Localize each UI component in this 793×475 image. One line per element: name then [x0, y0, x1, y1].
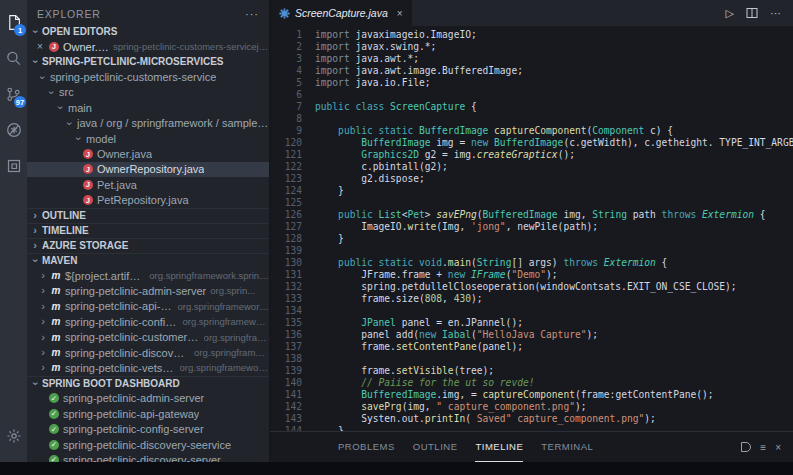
code-line[interactable]: 7public class ScreenCapture { — [270, 101, 793, 113]
panel-tab-problems[interactable]: PROBLEMS — [338, 432, 395, 462]
code-line[interactable]: 124 } — [270, 185, 793, 197]
chevron-right-icon: › — [39, 316, 47, 327]
panel-tab-terminal[interactable]: TERMINAL — [541, 432, 593, 462]
pane-label: AZURE STORAGE — [42, 240, 129, 251]
tree-item[interactable]: ›java / org / springframework / samples … — [27, 116, 269, 131]
maven-item[interactable]: ›mspring-petclinic-api-gatewayorg.spring… — [27, 299, 269, 314]
boot-dashboard-header[interactable]: › SPRING BOOT DASHBOARD — [27, 376, 269, 391]
search-icon[interactable] — [0, 40, 27, 76]
code-line[interactable]: 3import java.awt.*; — [270, 53, 793, 65]
code-line[interactable]: 4import java.awt.image.BufferedImage; — [270, 65, 793, 77]
code-text: ImageIO.write(Img, 'jong", newPile(path)… — [315, 221, 598, 233]
code-text: BufferedImage.img, = captureComponent(fr… — [315, 389, 714, 401]
code-line[interactable]: 130 public static void.main(String[] arg… — [270, 257, 793, 269]
maven-item[interactable]: ›mspring-petclinic-admin-serverorg.sprin… — [27, 283, 269, 298]
code-line[interactable]: 133 frame.size(808, 430); — [270, 293, 793, 305]
code-line[interactable]: 125 — [270, 197, 793, 209]
tab-screencapture[interactable]: ScreenCapture.java × — [270, 0, 412, 26]
code-line[interactable]: 120 BufferdImage img = new BufferdImage(… — [270, 137, 793, 149]
run-icon[interactable]: ▷ — [726, 7, 734, 20]
code-line[interactable]: 5import java.io.File; — [270, 77, 793, 89]
code-line[interactable]: 135 JPanel panel = en.JPannel(); — [270, 317, 793, 329]
pane-header-azure-storage[interactable]: ›AZURE STORAGE — [27, 238, 269, 253]
code-line[interactable]: 136 panel add(new Iabal("HelloJava Captu… — [270, 329, 793, 341]
boot-item[interactable]: ✓spring-petclinic-discovery-seervice — [27, 437, 269, 452]
code-line[interactable]: 137 frame.setContentPane(panel); — [270, 341, 793, 353]
split-editor-icon[interactable] — [746, 7, 758, 19]
code-line[interactable]: 1import javaximageio.ImageIO; — [270, 29, 793, 41]
code-line[interactable]: 126 public List<Pet> savEPng(BufferedIma… — [270, 209, 793, 221]
open-editors-label: OPEN EDITORS — [42, 26, 117, 37]
code-line[interactable]: 2import javax.swing.*; — [270, 41, 793, 53]
more-actions-icon[interactable]: ··· — [770, 7, 781, 19]
code-text: public static void.main(String[] args) t… — [315, 257, 667, 269]
code-line[interactable]: 142 savePrg(img, " capture_component.png… — [270, 401, 793, 413]
open-editors-header[interactable]: › OPEN EDITORS — [27, 24, 269, 39]
code-editor[interactable]: 1import javaximageio.ImageIO;2import jav… — [270, 26, 793, 431]
explorer-more-icon[interactable]: ··· — [245, 8, 259, 20]
debug-disabled-icon[interactable] — [0, 112, 27, 148]
project-section-header[interactable]: › SPRING-PETCLINIC-MICROSERVICES — [27, 54, 269, 69]
tree-item[interactable]: JPetRepository.java — [27, 193, 269, 208]
close-icon[interactable]: × — [397, 8, 403, 19]
code-line[interactable]: 9 public static BufferdImage captureComp… — [270, 125, 793, 137]
settings-gear-icon[interactable] — [0, 418, 27, 454]
running-check-icon: ✓ — [49, 393, 59, 403]
maven-item[interactable]: ›mspring-petclinic-customers-serviceorg.… — [27, 329, 269, 344]
panel-menu-icon[interactable]: ≡ — [760, 442, 766, 453]
panel-tab-timeline[interactable]: TIMELINE — [475, 432, 523, 462]
code-line[interactable]: 139 — [270, 245, 793, 257]
tree-item[interactable]: JOwnerRepository.java — [27, 162, 269, 177]
boot-item[interactable]: ✓spring-petclinic-admin-server — [27, 391, 269, 406]
code-line[interactable]: 8 — [270, 113, 793, 125]
maven-item[interactable]: ›mspring-petclinic-config-serverorg.spri… — [27, 314, 269, 329]
open-editor-item[interactable]: × J Owner.java spring-petclinic-customer… — [27, 39, 269, 54]
boot-item[interactable]: ✓spring-petclinic-discovery-server — [27, 452, 269, 462]
code-line[interactable]: 128 } — [270, 233, 793, 245]
pane-header-outline[interactable]: ›OUTLINE — [27, 208, 269, 223]
maven-section-header[interactable]: › MAVEN — [27, 253, 269, 268]
code-line[interactable]: 132 spring.petdullelCloseoperation(windo… — [270, 281, 793, 293]
tree-item[interactable]: JOwner.java — [27, 146, 269, 161]
panel-close-icon[interactable]: × — [775, 442, 781, 453]
maven-item[interactable]: ›mspring-petclinic-discovery-serverorg.s… — [27, 345, 269, 360]
code-line[interactable]: 127 ImageIO.write(Img, 'jong", newPile(p… — [270, 221, 793, 233]
code-line[interactable]: 141 BufferedImage.img, = captureComponen… — [270, 389, 793, 401]
code-line[interactable]: 139 frame.setVisible(tree); — [270, 365, 793, 377]
code-text: import java.awt.image.BufferedImage; — [315, 65, 523, 77]
tree-item[interactable]: ›src — [27, 85, 269, 100]
code-line[interactable]: 131 JFrame.frame + new IFrame("Demo"); — [270, 269, 793, 281]
code-text: public List<Pet> savEPng(BufferedImage i… — [315, 209, 766, 221]
tree-item-label: main — [68, 102, 92, 114]
remote-window-icon[interactable] — [0, 148, 27, 184]
code-line[interactable]: 122 c.pbintall(g2); — [270, 161, 793, 173]
maven-item[interactable]: ›mspring-petclinic-vets-serviceorg.sprin… — [27, 360, 269, 375]
code-line[interactable]: 140 // Paiise for the ut so revde! — [270, 377, 793, 389]
chevron-right-icon: › — [39, 270, 47, 281]
line-number: 139 — [270, 245, 315, 257]
editor-tab-bar: ScreenCapture.java × ▷ ··· — [270, 0, 793, 26]
code-line[interactable]: 6 — [270, 89, 793, 101]
maven-item-label: spring-petclinic-discovery-server — [65, 347, 190, 359]
code-line[interactable]: 121 Graphics2D g2 = img.createGrapticx()… — [270, 149, 793, 161]
close-icon[interactable]: × — [35, 41, 45, 52]
panel-tab-outline[interactable]: OUTLINE — [413, 432, 458, 462]
tree-item-label: src — [59, 86, 74, 98]
tree-item[interactable]: ›spring-petclinic-customers-service — [27, 69, 269, 84]
code-line[interactable]: 143 Systen.out.printIn( Saved" capture_c… — [270, 413, 793, 425]
tree-item[interactable]: JPet.java — [27, 177, 269, 192]
tree-item-label: spring-petclinic-customers-service — [50, 71, 216, 83]
boot-item[interactable]: ✓spring-petclinic-api-gateway — [27, 406, 269, 421]
explorer-icon[interactable]: 1 — [0, 4, 27, 40]
tree-item[interactable]: ›main — [27, 100, 269, 115]
tree-item[interactable]: ›model — [27, 131, 269, 146]
code-line[interactable]: 138 — [270, 353, 793, 365]
panel-layout-icon[interactable] — [741, 442, 751, 452]
code-line[interactable]: 123 g2.dispose; — [270, 173, 793, 185]
pane-header-timeline[interactable]: ›TIMELINE — [27, 223, 269, 238]
boot-item[interactable]: ✓spring-petclinic-config-server — [27, 421, 269, 436]
maven-item[interactable]: ›m${project.artifactId}org.springframewo… — [27, 268, 269, 283]
maven-item-label: ${project.artifactId} — [65, 270, 145, 282]
code-line[interactable]: 134 — [270, 305, 793, 317]
source-control-icon[interactable]: 97 — [0, 76, 27, 112]
